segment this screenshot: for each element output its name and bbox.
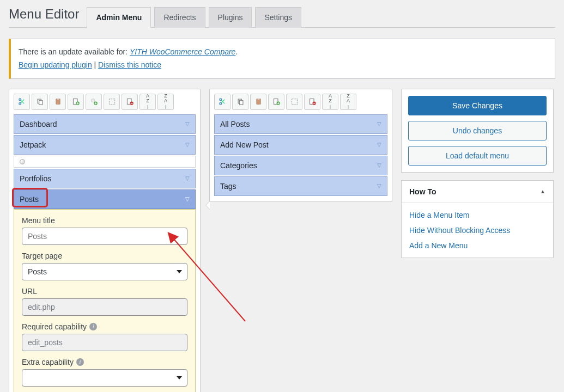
cut-icon[interactable] [214,94,231,110]
main-toolbar: AZ↓ ZA↓ [14,94,196,110]
dismiss-notice-link[interactable]: Dismiss this notice [98,60,161,69]
info-icon[interactable]: i [89,323,97,330]
notice-plugin-link[interactable]: YITH WooCommerce Compare [130,47,236,56]
notice-text: There is an update available for: [19,47,130,56]
submenu-item-categories[interactable]: Categories▽ [214,156,387,175]
hide-icon[interactable] [286,94,302,110]
tab-admin-menu[interactable]: Admin Menu [87,7,151,28]
delete-icon[interactable] [122,94,138,110]
copy-icon[interactable] [232,94,248,110]
svg-rect-21 [292,99,297,105]
hide-icon[interactable] [104,94,120,110]
new-item-icon[interactable] [68,94,84,110]
menu-item-dashboard[interactable]: Dashboard▽ [14,114,196,134]
update-notice: There is an update available for: YITH W… [9,39,555,79]
howto-box: How To▲ Hide a Menu Item Hide Without Bl… [401,180,554,258]
menu-separator[interactable] [14,156,196,168]
svg-rect-5 [57,98,59,100]
submenu-item-tags[interactable]: Tags▽ [214,176,387,196]
undo-button[interactable]: Undo changes [408,121,547,140]
menu-item-label: Dashboard [20,120,57,128]
howto-title: How To [409,187,436,196]
paste-icon[interactable] [250,94,266,110]
menu-item-label: Add New Post [220,140,269,149]
notice-text-after: . [235,47,238,56]
chevron-down-icon: ▽ [377,121,381,127]
extra-capability-select[interactable] [22,369,187,387]
notice-sep: | [92,60,98,69]
menu-item-label: Posts [20,195,39,204]
sort-asc-icon[interactable]: AZ↓ [140,94,156,110]
field-label: Menu title [22,216,187,225]
required-capability-input[interactable] [22,334,187,351]
field-label: URL [22,287,187,296]
svg-rect-4 [56,99,60,105]
menu-item-label: Portfolios [20,174,51,183]
chevron-down-icon: ▽ [185,196,190,202]
copy-icon[interactable] [32,94,48,110]
tab-redirects[interactable]: Redirects [154,7,205,28]
svg-rect-18 [257,98,259,100]
menu-item-posts[interactable]: Posts▽ [14,189,196,209]
menu-item-label: Categories [220,161,257,170]
chevron-down-icon: ▽ [377,183,381,189]
svg-rect-10 [109,99,114,105]
sort-asc-icon[interactable]: AZ↓ [322,94,338,110]
chevron-down-icon: ▽ [377,142,381,148]
info-icon[interactable]: i [76,358,84,366]
load-default-button[interactable]: Load default menu [408,146,547,166]
delete-icon[interactable] [304,94,320,110]
tab-settings[interactable]: Settings [255,7,301,28]
submenu-item-add-new[interactable]: Add New Post▽ [214,135,387,155]
submenu-item-all-posts[interactable]: All Posts▽ [214,114,387,134]
sort-desc-icon[interactable]: ZA↓ [340,94,356,110]
tab-plugins[interactable]: Plugins [209,7,252,28]
target-page-select[interactable]: Posts [22,263,187,280]
paste-icon[interactable] [50,94,66,110]
field-label: Extra capabilityi [22,358,187,366]
howto-header[interactable]: How To▲ [402,181,553,203]
svg-point-8 [91,99,94,102]
sort-desc-icon[interactable]: ZA↓ [157,94,174,110]
action-buttons: Save Changes Undo changes Load default m… [401,89,554,173]
new-item-icon[interactable] [268,94,284,110]
collapse-icon: ▲ [540,188,545,194]
menu-item-label: All Posts [220,120,250,128]
chevron-down-icon: ▽ [377,162,381,168]
svg-rect-3 [39,101,42,105]
tabs: Admin Menu Redirects Plugins Settings [87,7,301,27]
page-title: Menu Editor [9,7,79,27]
svg-rect-17 [256,99,260,105]
menu-item-jetpack[interactable]: Jetpack▽ [14,135,196,155]
menu-item-portfolios[interactable]: Portfolios▽ [14,169,196,188]
new-separator-icon[interactable] [86,94,102,110]
separator-handle-icon [20,159,25,164]
menu-item-label: Tags [220,182,236,191]
cut-icon[interactable] [14,94,30,110]
menu-title-input[interactable] [22,228,187,245]
begin-update-link[interactable]: Begin updating plugin [19,60,92,69]
chevron-down-icon: ▽ [185,142,190,148]
howto-link-add-menu[interactable]: Add a New Menu [409,241,545,250]
sidebar: Save Changes Undo changes Load default m… [401,89,554,258]
sub-toolbar: AZ↓ ZA↓ [214,94,387,110]
chevron-down-icon: ▽ [185,175,190,181]
main-menu-panel: AZ↓ ZA↓ Dashboard▽ Jetpack▽ Portfolios▽ … [9,89,201,392]
field-label: Required capabilityi [22,322,187,331]
howto-link-hide[interactable]: Hide a Menu Item [409,211,545,219]
field-label: Target page [22,252,187,260]
chevron-down-icon: ▽ [185,121,190,127]
submenu-panel: AZ↓ ZA↓ All Posts▽ Add New Post▽ Categor… [209,89,392,202]
menu-item-editor: Menu title Target page Posts URL Require… [14,209,196,392]
svg-rect-16 [239,101,242,105]
howto-link-hide-without-blocking[interactable]: Hide Without Blocking Access [409,226,545,235]
menu-item-label: Jetpack [20,140,46,149]
save-button[interactable]: Save Changes [408,96,547,115]
url-input[interactable] [22,298,187,316]
